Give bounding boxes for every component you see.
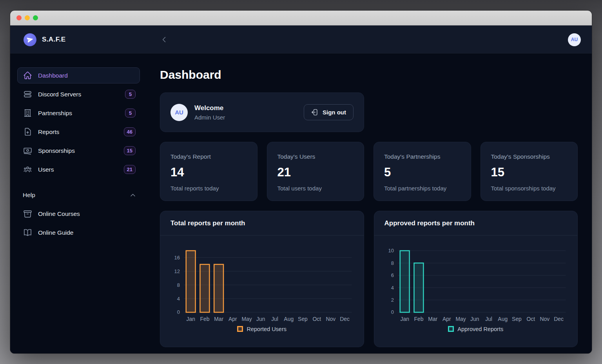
sign-out-button[interactable]: Sign out bbox=[304, 104, 354, 120]
sidebar-badge: 46 bbox=[124, 127, 136, 136]
user-avatar[interactable]: AU bbox=[568, 33, 581, 46]
welcome-title: Welcome bbox=[194, 104, 225, 112]
chart-canvas: 0246810JanFebMarAprMayJunJulAugSepOctNov… bbox=[384, 240, 568, 324]
sidebar-item-label: Online Courses bbox=[38, 210, 80, 217]
stat-title: Today's Sponsorships bbox=[491, 153, 568, 160]
sign-out-label: Sign out bbox=[323, 109, 346, 116]
document-arrow-up-icon bbox=[23, 127, 32, 136]
svg-text:Dec: Dec bbox=[554, 316, 564, 322]
stat-card-todays-users: Today's Users 21 Total users today bbox=[267, 142, 364, 201]
legend-swatch bbox=[448, 326, 454, 332]
book-open-icon bbox=[23, 228, 32, 237]
svg-text:Jan: Jan bbox=[186, 316, 195, 322]
charts-row: Total reports per month 0481216JanFebMar… bbox=[160, 211, 578, 347]
sidebar-badge: 5 bbox=[125, 109, 136, 118]
chart-title: Approved reports per month bbox=[384, 219, 475, 227]
svg-text:16: 16 bbox=[174, 255, 180, 261]
stat-subtitle: Total partnerships today bbox=[384, 185, 461, 192]
svg-text:Nov: Nov bbox=[540, 316, 549, 322]
stat-value: 15 bbox=[491, 165, 568, 179]
svg-text:8: 8 bbox=[177, 282, 180, 288]
svg-text:Aug: Aug bbox=[284, 316, 294, 322]
svg-text:8: 8 bbox=[391, 260, 393, 266]
svg-text:Feb: Feb bbox=[200, 316, 209, 322]
archive-box-icon bbox=[23, 209, 32, 218]
sidebar-badge: 21 bbox=[124, 165, 136, 174]
app-header: S.A.F.E AU bbox=[10, 25, 592, 54]
stat-subtitle: Total users today bbox=[277, 185, 354, 192]
page-title: Dashboard bbox=[160, 68, 578, 81]
sidebar-item-online-guide[interactable]: Online Guide bbox=[17, 225, 140, 241]
chart-canvas: 0481216JanFebMarAprMayJunJulAugSepOctNov… bbox=[170, 240, 354, 324]
legend-label: Approved Reports bbox=[457, 326, 503, 332]
stat-value: 5 bbox=[384, 165, 461, 179]
legend-label: Reported Users bbox=[247, 326, 286, 332]
svg-text:Nov: Nov bbox=[326, 316, 336, 322]
svg-text:Oct: Oct bbox=[526, 316, 535, 322]
help-section-toggle[interactable]: Help bbox=[17, 189, 140, 201]
banknote-icon bbox=[23, 146, 32, 155]
sidebar-item-online-courses[interactable]: Online Courses bbox=[17, 206, 140, 222]
svg-text:Aug: Aug bbox=[498, 316, 508, 322]
stat-card-todays-report: Today's Report 14 Total reports today bbox=[160, 142, 257, 201]
sidebar-badge: 15 bbox=[124, 146, 136, 155]
sidebar-item-label: Users bbox=[38, 166, 54, 173]
sidebar-item-sponsorships[interactable]: Sponsorships 15 bbox=[17, 143, 140, 159]
stat-value: 21 bbox=[277, 165, 354, 179]
stat-subtitle: Total sponsorships today bbox=[491, 185, 568, 192]
svg-text:Oct: Oct bbox=[312, 316, 321, 322]
chart-title: Total reports per month bbox=[170, 219, 245, 227]
close-window-button[interactable] bbox=[16, 15, 22, 20]
chevron-left-icon bbox=[160, 36, 168, 43]
sidebar-item-reports[interactable]: Reports 46 bbox=[17, 124, 140, 140]
svg-text:Sep: Sep bbox=[512, 316, 522, 322]
stat-card-todays-sponsorships: Today's Sponsorships 15 Total sponsorshi… bbox=[481, 142, 578, 201]
svg-text:Jan: Jan bbox=[400, 316, 409, 322]
svg-text:Sep: Sep bbox=[298, 316, 308, 322]
svg-text:Jul: Jul bbox=[485, 316, 492, 322]
welcome-card: AU Welcome Admin User Sign out bbox=[160, 92, 364, 132]
logout-icon bbox=[311, 109, 319, 116]
brand: S.A.F.E bbox=[24, 33, 65, 46]
sidebar-item-partnerships[interactable]: Partnerships 5 bbox=[17, 105, 140, 121]
sidebar-item-label: Discord Servers bbox=[38, 91, 81, 98]
brand-logo-icon bbox=[24, 33, 36, 46]
chart-legend: Approved Reports bbox=[384, 326, 568, 332]
chevron-up-icon bbox=[130, 192, 136, 198]
app-window: S.A.F.E AU Dashboard Discord Servers bbox=[10, 11, 592, 353]
chart-card-approved-reports: Approved reports per month 0246810JanFeb… bbox=[374, 211, 578, 347]
stat-card-todays-partnerships: Today's Partnerships 5 Total partnership… bbox=[374, 142, 471, 201]
sidebar-item-users[interactable]: Users 21 bbox=[17, 161, 140, 177]
svg-text:Mar: Mar bbox=[214, 316, 223, 322]
brand-name: S.A.F.E bbox=[42, 36, 65, 43]
bar-chart-total-reports: 0481216JanFebMarAprMayJunJulAugSepOctNov… bbox=[160, 235, 364, 332]
bar-chart-approved-reports: 0246810JanFebMarAprMayJunJulAugSepOctNov… bbox=[374, 235, 578, 332]
sidebar-item-label: Dashboard bbox=[38, 72, 68, 79]
svg-text:Jul: Jul bbox=[271, 316, 278, 322]
help-label: Help bbox=[23, 192, 35, 199]
svg-text:Apr: Apr bbox=[228, 316, 237, 322]
welcome-username: Admin User bbox=[194, 114, 225, 121]
home-icon bbox=[23, 71, 32, 80]
svg-text:4: 4 bbox=[391, 285, 393, 291]
stat-title: Today's Users bbox=[277, 153, 354, 160]
svg-text:Jun: Jun bbox=[256, 316, 265, 322]
svg-text:Jun: Jun bbox=[470, 316, 479, 322]
svg-text:4: 4 bbox=[177, 296, 180, 302]
maximize-window-button[interactable] bbox=[33, 15, 38, 20]
svg-text:12: 12 bbox=[174, 268, 180, 274]
macos-titlebar bbox=[10, 11, 592, 25]
svg-text:0: 0 bbox=[177, 309, 180, 315]
sidebar-collapse-button[interactable] bbox=[160, 36, 168, 43]
sidebar: Dashboard Discord Servers 5 Partnerships… bbox=[10, 54, 150, 353]
stat-title: Today's Report bbox=[170, 153, 247, 160]
main-content: Dashboard AU Welcome Admin User Sign out… bbox=[150, 54, 592, 353]
legend-swatch bbox=[237, 326, 243, 332]
svg-text:Mar: Mar bbox=[428, 316, 437, 322]
sidebar-item-dashboard[interactable]: Dashboard bbox=[17, 67, 140, 83]
stat-value: 14 bbox=[170, 165, 247, 179]
sidebar-item-discord-servers[interactable]: Discord Servers 5 bbox=[17, 86, 140, 102]
minimize-window-button[interactable] bbox=[25, 15, 30, 20]
sidebar-badge: 5 bbox=[125, 90, 136, 99]
help-section: Help Online Courses Online Guide bbox=[17, 189, 140, 241]
